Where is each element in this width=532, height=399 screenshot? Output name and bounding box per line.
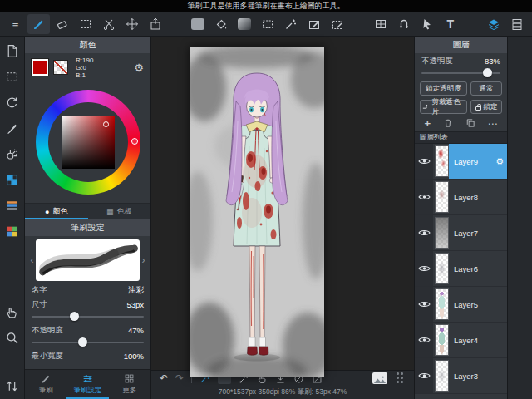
next-brush-arrow[interactable]: ›	[140, 239, 147, 281]
hue-marker[interactable]	[131, 138, 138, 145]
layer-thumbnail[interactable]	[435, 181, 449, 213]
bucket-tool-icon[interactable]	[210, 14, 233, 34]
menu-icon[interactable]: ≡	[4, 14, 27, 34]
swatch-row: R:190 G:0 B:1 ⚙	[25, 53, 150, 81]
brush-tool-icon[interactable]	[27, 14, 50, 34]
undo-icon[interactable]: ↶	[160, 372, 168, 384]
visibility-eye-icon[interactable]	[415, 323, 433, 357]
tab-brush[interactable]: 筆刷	[25, 370, 66, 399]
cursor-tool-icon[interactable]	[416, 14, 438, 34]
foreground-color-swatch[interactable]	[32, 59, 48, 76]
more-actions-icon[interactable]: ⋯	[488, 118, 498, 130]
duplicate-layer-icon[interactable]	[466, 118, 475, 130]
materials-icon[interactable]	[3, 171, 22, 188]
palette-icon[interactable]	[3, 223, 22, 239]
brush-name-label: 名字	[32, 285, 47, 296]
lock-layer-button[interactable]: 鎖定	[470, 100, 502, 114]
color-wheel[interactable]	[25, 81, 150, 203]
file-icon[interactable]	[3, 42, 22, 59]
rotate-icon[interactable]	[3, 94, 22, 111]
updown-icon[interactable]	[3, 377, 22, 394]
panels-icon[interactable]	[505, 14, 528, 34]
layer-thumbnail[interactable]	[435, 288, 449, 320]
add-layer-icon[interactable]: +	[424, 117, 431, 130]
clipping-mask-button[interactable]: 剪裁遮色片	[420, 100, 467, 114]
layer-row[interactable]: Layer5	[415, 287, 507, 323]
airbrush-icon[interactable]	[3, 145, 22, 162]
snap-tool-icon[interactable]	[392, 14, 415, 34]
layer-thumbnail[interactable]	[435, 324, 449, 356]
color-settings-gear-icon[interactable]: ⚙	[134, 62, 144, 74]
layer-row[interactable]: Layer8	[415, 180, 507, 215]
grid-tool-icon[interactable]	[369, 14, 392, 34]
layer-row[interactable]: Layer7	[415, 215, 507, 251]
slider-track	[32, 342, 144, 343]
blend-mode-button[interactable]: 通常	[470, 81, 502, 96]
slider-knob[interactable]	[78, 337, 87, 347]
circle-icon: ●	[45, 208, 49, 216]
scissors-tool-icon[interactable]	[97, 14, 120, 34]
nav-preview-icon[interactable]	[372, 372, 387, 384]
slider-knob[interactable]	[483, 68, 492, 77]
gradient-tool-icon[interactable]	[234, 14, 256, 34]
drag-handle-icon[interactable]	[395, 373, 406, 384]
eraser-tool-icon[interactable]	[51, 14, 73, 34]
layer-thumbnail[interactable]	[435, 217, 449, 249]
prev-brush-arrow[interactable]: ‹	[28, 239, 36, 281]
canvas-view[interactable]	[151, 37, 414, 370]
delete-layer-icon[interactable]	[443, 118, 453, 130]
move-tool-icon[interactable]	[121, 14, 143, 34]
color-chip-icon[interactable]	[187, 14, 209, 34]
brush-size-slider[interactable]	[32, 311, 144, 323]
visibility-eye-icon[interactable]	[415, 251, 433, 286]
brush-opacity-label: 不透明度	[32, 325, 63, 336]
layers-panel-icon[interactable]	[482, 14, 505, 34]
lock-alpha-button[interactable]: 鎖定透明度	[420, 81, 467, 96]
tab-color[interactable]: ● 顏色	[25, 204, 88, 219]
color-layers-icon[interactable]	[3, 197, 22, 214]
visibility-eye-icon[interactable]	[415, 144, 433, 179]
layer-mode-buttons: 鎖定透明度 通常	[415, 79, 507, 97]
zoom-icon[interactable]	[3, 329, 22, 346]
layer-thumbnail[interactable]	[435, 360, 449, 392]
medibang-paint-app: 筆刷工具是使用多種筆刷在畫布上繪圖的工具。 ≡	[0, 0, 532, 399]
sv-marker[interactable]	[103, 121, 109, 127]
layer-row[interactable]: Layer6	[415, 251, 507, 287]
layer-row[interactable]: Layer4	[415, 323, 507, 358]
layer-name: Layer4	[454, 336, 478, 345]
brush-opacity-row: 不透明度 47%	[25, 323, 150, 337]
visibility-eye-icon[interactable]	[415, 287, 433, 322]
layer-row[interactable]: Layer3	[415, 358, 507, 394]
marker-pen-icon[interactable]	[3, 120, 22, 136]
tab-brush-settings[interactable]: 筆刷設定	[66, 370, 108, 399]
tab-palette[interactable]: ▦ 色板	[88, 204, 151, 219]
select-tool-icon[interactable]	[74, 14, 96, 34]
rgb-b: B:1	[76, 71, 93, 79]
visibility-eye-icon[interactable]	[415, 180, 433, 214]
layer-thumbnail[interactable]	[435, 145, 449, 177]
text-tool-icon[interactable]: T	[439, 14, 461, 34]
tab-more[interactable]: 更多	[109, 370, 150, 399]
layer-opacity-slider[interactable]	[421, 67, 500, 79]
saturation-value-square[interactable]	[62, 116, 115, 169]
hand-icon[interactable]	[3, 303, 22, 320]
brush-name-value[interactable]: 油彩	[128, 285, 144, 296]
edit-shape-tool-icon[interactable]	[327, 14, 349, 34]
marquee-icon[interactable]	[3, 68, 22, 85]
brush-preview[interactable]	[36, 239, 140, 281]
draw-rect-tool-icon[interactable]	[303, 14, 326, 34]
marquee-ants-icon[interactable]	[257, 14, 279, 34]
visibility-eye-icon[interactable]	[415, 215, 433, 250]
canvas-artwork[interactable]	[190, 47, 324, 377]
brush-opacity-slider[interactable]	[32, 337, 144, 348]
slider-knob[interactable]	[70, 312, 79, 321]
redo-icon[interactable]: ↷	[175, 372, 184, 384]
transparent-color-swatch[interactable]	[53, 60, 68, 75]
wand-tool-icon[interactable]	[280, 14, 303, 34]
export-icon[interactable]	[144, 14, 166, 34]
layer-settings-gear-icon[interactable]: ⚙	[495, 156, 504, 167]
layer-thumbnail[interactable]	[435, 253, 449, 284]
brush-panel-title: 筆刷設定	[25, 219, 150, 236]
layer-row[interactable]: Layer9⚙	[415, 144, 507, 180]
visibility-eye-icon[interactable]	[415, 358, 433, 393]
